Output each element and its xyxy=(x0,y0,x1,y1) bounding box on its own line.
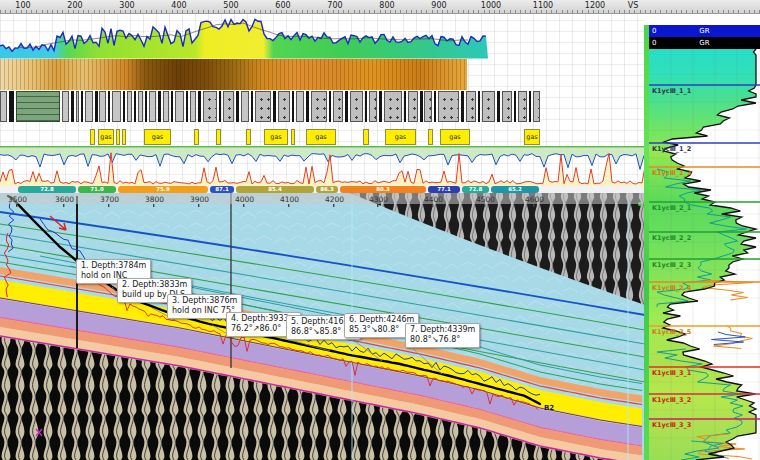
gas-show-marker: gas xyxy=(440,129,470,145)
lithology-track[interactable] xyxy=(0,90,645,125)
coal-bed xyxy=(273,91,276,122)
inclination-segment[interactable]: 65.2 xyxy=(491,186,539,193)
coal-bed xyxy=(134,91,136,122)
gas-show-marker: gas xyxy=(524,129,540,145)
target-point-label: B2 xyxy=(544,404,554,412)
formation-top-label: K1ycⅢ_2_5 xyxy=(652,328,691,336)
gas-show-marker: gas xyxy=(144,129,171,145)
md-depth-label: 4100 xyxy=(280,195,299,204)
inclination-segment[interactable]: 75.9 xyxy=(118,186,208,193)
md-depth-label: 4400 xyxy=(424,195,443,204)
ruler-tick: 600 xyxy=(275,1,290,10)
scale-min: 0 xyxy=(652,37,656,49)
coal-bed xyxy=(108,91,110,122)
sandstone-bed xyxy=(518,91,527,122)
gas-show-marker xyxy=(90,129,95,145)
sandstone-bed xyxy=(278,91,290,122)
gas-show-marker xyxy=(122,129,126,145)
ruler-tick: 100 xyxy=(15,1,30,10)
sandstone-bed xyxy=(369,91,377,122)
ruler-tick: 300 xyxy=(119,1,134,10)
formation-top-label: K1ycⅢ_1_1 xyxy=(652,87,691,95)
scale-min: 0 xyxy=(652,25,656,37)
sandstone-bed xyxy=(241,91,249,122)
sandstone-bed xyxy=(112,91,121,122)
md-depth-label: 3800 xyxy=(145,195,164,204)
sandstone-bed xyxy=(502,91,512,122)
coal-bed xyxy=(251,91,253,122)
md-depth-label: 4600 xyxy=(525,195,544,204)
coal-bed xyxy=(329,91,331,122)
coal-bed xyxy=(171,91,173,122)
sandstone-bed xyxy=(223,91,234,122)
md-depth-label: 3600 xyxy=(55,195,74,204)
ruler-tick: 1100 xyxy=(533,1,553,10)
sandstone-bed xyxy=(99,91,106,122)
coal-bed xyxy=(123,91,125,122)
formation-top-label: K1ycⅢ_1_2 xyxy=(652,145,691,153)
image-log-track[interactable] xyxy=(0,59,467,90)
inclination-segment[interactable]: 80.3 xyxy=(340,186,426,193)
ruler-tick: 800 xyxy=(379,1,394,10)
inclination-segment[interactable]: 77.1 xyxy=(428,186,460,193)
coal-bed xyxy=(145,91,147,122)
md-depth-label: 4500 xyxy=(476,195,495,204)
sandstone-bed xyxy=(482,91,495,122)
md-depth-label: 4200 xyxy=(325,195,344,204)
inclination-segment[interactable]: 85.4 xyxy=(236,186,314,193)
gas-show-marker: gas xyxy=(306,129,336,145)
inclination-segment[interactable]: 87.1 xyxy=(210,186,234,193)
inclination-segment[interactable]: 72.8 xyxy=(462,186,489,193)
sandstone-bed xyxy=(408,91,418,122)
gas-show-track[interactable]: gasgasgasgasgasgasgas xyxy=(0,125,645,148)
gas-show-marker xyxy=(194,129,199,145)
sandstone-bed xyxy=(255,91,271,122)
coal-bed xyxy=(461,91,464,122)
sandstone-bed xyxy=(138,91,143,122)
ruler-tick: 1000 xyxy=(481,1,501,10)
md-depth-label: 4300 xyxy=(369,195,388,204)
ruler-tick: 1200 xyxy=(585,1,605,10)
coal-bed xyxy=(158,91,161,122)
gas-show-marker: gas xyxy=(264,129,288,145)
coal-bed xyxy=(434,91,436,122)
md-depth-label: 3700 xyxy=(100,195,119,204)
curve-name: GR xyxy=(699,25,709,37)
inclination-segment[interactable]: 72.8 xyxy=(18,186,76,193)
sandstone-bed xyxy=(85,91,93,122)
inclination-segment[interactable]: 86.3 xyxy=(316,186,338,193)
sandstone-bed xyxy=(62,91,69,122)
formation-top-label: K1ycⅢ_3_3 xyxy=(652,421,691,429)
coal-bed xyxy=(71,91,74,122)
sandstone-bed xyxy=(163,91,169,122)
gr-track-header-1[interactable]: 0 GR xyxy=(649,25,760,37)
inclination-segment-bar[interactable]: 72.871.075.987.185.486.380.377.172.865.2 xyxy=(0,186,645,193)
sandstone-bed xyxy=(203,91,217,122)
sandstone-bed xyxy=(311,91,327,122)
inclination-segment[interactable]: 71.0 xyxy=(78,186,116,193)
sandstone-bed xyxy=(296,91,304,122)
coal-bed xyxy=(198,91,201,122)
gr-track-header-2[interactable]: 0 GR xyxy=(649,37,760,49)
md-depth-label: 4000 xyxy=(235,195,254,204)
ruler-tick: 700 xyxy=(327,1,342,10)
sandstone-bed xyxy=(149,91,156,122)
coal-bed xyxy=(497,91,500,122)
formation-top-label: K1ycⅢ_2_1 xyxy=(652,204,691,212)
annotation-depth: 7. Depth:4339m xyxy=(410,325,475,335)
gas-show-marker xyxy=(116,129,120,145)
sandstone-bed xyxy=(424,91,432,122)
track-divider xyxy=(0,146,645,148)
coal-bed xyxy=(345,91,348,122)
coal-bed xyxy=(529,91,531,122)
md-depth-label: 3900 xyxy=(190,195,209,204)
sandstone-bed xyxy=(350,91,363,122)
formation-top-label: K1ycⅢ_2_4 xyxy=(652,284,691,292)
ruler-tick: 500 xyxy=(223,1,238,10)
trajectory-annotation[interactable]: 7. Depth:4339m80.8°↘76.8° xyxy=(405,323,480,348)
gas-show-marker xyxy=(291,129,295,145)
coal-bed xyxy=(236,91,239,122)
sandstone-bed xyxy=(175,91,184,122)
coal-bed xyxy=(219,91,221,122)
sandstone-bed xyxy=(533,91,540,122)
